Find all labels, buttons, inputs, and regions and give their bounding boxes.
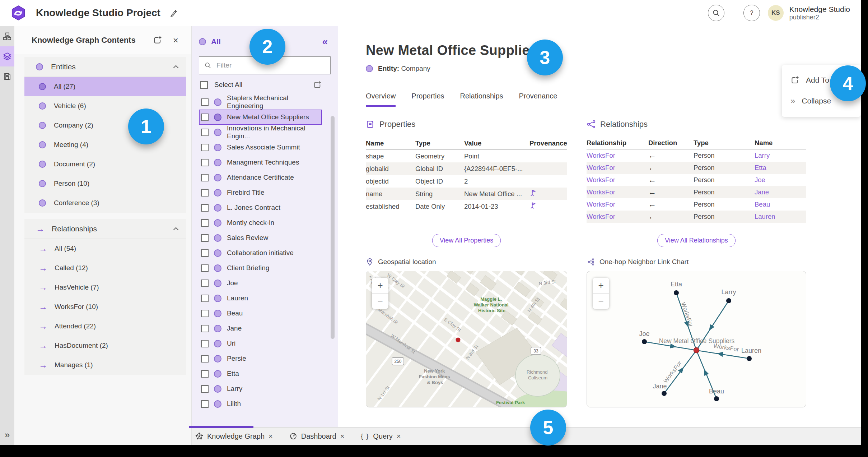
list-item[interactable]: Staplers Mechanical Engineering bbox=[199, 94, 322, 110]
tab-knowledge-graph[interactable]: Knowledge Graph × bbox=[195, 432, 273, 440]
node-beau[interactable] bbox=[714, 396, 719, 401]
item-checkbox[interactable] bbox=[201, 355, 209, 363]
edit-title-button[interactable] bbox=[169, 8, 178, 18]
help-button[interactable]: ? bbox=[743, 5, 760, 21]
list-item[interactable]: Innovations in Mechanical Engin... bbox=[199, 125, 322, 140]
close-tab-icon[interactable]: × bbox=[269, 432, 273, 440]
tab-provenance[interactable]: Provenance bbox=[519, 92, 557, 107]
list-item[interactable]: Etta bbox=[199, 366, 322, 381]
relationship-link[interactable]: WorksFor bbox=[587, 176, 648, 184]
entity-link[interactable]: Larry bbox=[755, 152, 806, 160]
node-lauren[interactable] bbox=[747, 356, 752, 361]
scrollbar-thumb[interactable] bbox=[331, 116, 335, 339]
sidebar-item-entities-document[interactable]: Document (2) bbox=[24, 154, 186, 174]
item-checkbox[interactable] bbox=[201, 234, 209, 242]
item-checkbox[interactable] bbox=[201, 144, 209, 151]
list-item[interactable]: Attendance Certificate bbox=[199, 170, 322, 185]
list-item[interactable]: Joe bbox=[199, 276, 322, 291]
node-etta[interactable] bbox=[674, 290, 679, 295]
sidebar-item-rel-manages[interactable]: → Manages (1) bbox=[24, 355, 186, 375]
item-checkbox[interactable] bbox=[201, 370, 209, 378]
sidebar-item-entities-all[interactable]: All (27) bbox=[24, 77, 186, 96]
zoom-out-button[interactable]: − bbox=[372, 294, 388, 309]
entity-link[interactable]: Lauren bbox=[755, 213, 806, 221]
item-checkbox[interactable] bbox=[201, 280, 209, 287]
provenance-flag-icon[interactable] bbox=[529, 189, 537, 197]
sidebar-item-rel-all[interactable]: → All (54) bbox=[24, 239, 186, 258]
zoom-in-button[interactable]: + bbox=[372, 278, 388, 293]
item-checkbox[interactable] bbox=[201, 385, 209, 393]
tab-dashboard[interactable]: Dashboard × bbox=[289, 432, 345, 440]
close-tab-icon[interactable]: × bbox=[340, 432, 345, 440]
item-checkbox[interactable] bbox=[201, 219, 209, 227]
relationship-link[interactable]: WorksFor bbox=[587, 213, 648, 221]
entity-link[interactable]: Etta bbox=[755, 164, 806, 172]
list-item[interactable]: Client Briefing bbox=[199, 260, 322, 276]
sidebar-item-rel-hasdocument[interactable]: → HasDocument (2) bbox=[24, 336, 186, 355]
node-joe[interactable] bbox=[642, 339, 647, 344]
search-button[interactable] bbox=[708, 5, 724, 21]
list-item[interactable]: Montly check-in bbox=[199, 215, 322, 230]
close-tab-icon[interactable]: × bbox=[397, 432, 401, 440]
provenance-flag-icon[interactable] bbox=[529, 202, 537, 209]
list-item[interactable]: Lilith bbox=[199, 396, 322, 411]
avatar[interactable]: KS bbox=[768, 5, 784, 21]
entity-link[interactable]: Beau bbox=[755, 200, 806, 208]
list-item[interactable]: Larry bbox=[199, 381, 322, 396]
rail-item-contents[interactable] bbox=[0, 46, 14, 66]
item-checkbox[interactable] bbox=[201, 249, 209, 257]
relationship-link[interactable]: WorksFor bbox=[587, 152, 648, 160]
item-checkbox[interactable] bbox=[201, 159, 209, 166]
item-checkbox[interactable] bbox=[201, 98, 209, 106]
list-item[interactable]: Managment Techniques bbox=[199, 155, 322, 170]
relationship-link[interactable]: WorksFor bbox=[587, 200, 648, 208]
list-item[interactable]: Lauren bbox=[199, 291, 322, 306]
add-to-new-icon[interactable] bbox=[153, 36, 162, 45]
relationships-section-header[interactable]: → Relationships bbox=[24, 219, 186, 239]
item-checkbox[interactable] bbox=[201, 325, 209, 332]
item-checkbox[interactable] bbox=[201, 189, 209, 197]
item-checkbox[interactable] bbox=[201, 174, 209, 181]
list-item[interactable]: Collaboration initiative bbox=[199, 245, 322, 260]
sidebar-item-rel-worksfor[interactable]: → WorksFor (10) bbox=[24, 297, 186, 317]
relationship-link[interactable]: WorksFor bbox=[587, 164, 648, 172]
sidebar-item-entities-meeting[interactable]: Meeting (4) bbox=[24, 135, 186, 154]
item-checkbox[interactable] bbox=[201, 204, 209, 212]
zoom-out-button[interactable]: − bbox=[593, 294, 609, 309]
item-checkbox[interactable] bbox=[201, 295, 209, 302]
map-panel[interactable]: W Clay St Marshall St W Marshall St E Cl… bbox=[366, 271, 567, 407]
tab-properties[interactable]: Properties bbox=[411, 92, 444, 107]
tab-query[interactable]: { } Query × bbox=[361, 432, 401, 440]
list-item[interactable]: Jane bbox=[199, 321, 322, 336]
sidebar-item-rel-attended[interactable]: → Attended (22) bbox=[24, 317, 186, 336]
list-item[interactable]: Sales Review bbox=[199, 230, 322, 245]
tab-relationships[interactable]: Relationships bbox=[460, 92, 503, 107]
rail-expand-button[interactable]: » bbox=[0, 429, 14, 440]
list-item[interactable]: Beau bbox=[199, 306, 322, 321]
list-item[interactable]: Sales Associate Summit bbox=[199, 140, 322, 155]
sidebar-item-rel-called[interactable]: → Called (12) bbox=[24, 258, 186, 278]
list-item[interactable]: Persie bbox=[199, 351, 322, 366]
list-item[interactable]: Firebird Title bbox=[199, 185, 322, 200]
entities-section-header[interactable]: Entities bbox=[24, 57, 186, 77]
node-larry[interactable] bbox=[726, 298, 731, 303]
sidebar-item-entities-person[interactable]: Person (10) bbox=[24, 174, 186, 193]
node-jane[interactable] bbox=[662, 391, 667, 396]
link-chart-panel[interactable]: WorksFor WorksFor WorksFor bbox=[587, 271, 806, 407]
select-all-checkbox[interactable] bbox=[200, 81, 208, 89]
entity-link[interactable]: Joe bbox=[755, 176, 806, 184]
zoom-in-button[interactable]: + bbox=[593, 278, 609, 293]
list-item-selected[interactable]: New Metal Office Suppliers bbox=[199, 110, 322, 125]
item-checkbox[interactable] bbox=[201, 129, 209, 136]
list-item[interactable]: L. Jones Contract bbox=[199, 200, 322, 215]
rail-item-data-model[interactable] bbox=[0, 26, 14, 46]
entity-link[interactable]: Jane bbox=[755, 188, 806, 196]
sidebar-item-entities-conference[interactable]: Conference (3) bbox=[24, 193, 186, 213]
item-checkbox[interactable] bbox=[201, 114, 209, 121]
user-info[interactable]: Knowledge Studio publisher2 bbox=[789, 5, 850, 21]
rail-item-save[interactable] bbox=[0, 66, 14, 87]
list-item[interactable]: Uri bbox=[199, 336, 322, 351]
close-panel-icon[interactable]: × bbox=[173, 36, 178, 45]
add-to-new-icon[interactable] bbox=[313, 80, 322, 89]
sidebar-item-rel-hasvehicle[interactable]: → HasVehicle (7) bbox=[24, 278, 186, 297]
